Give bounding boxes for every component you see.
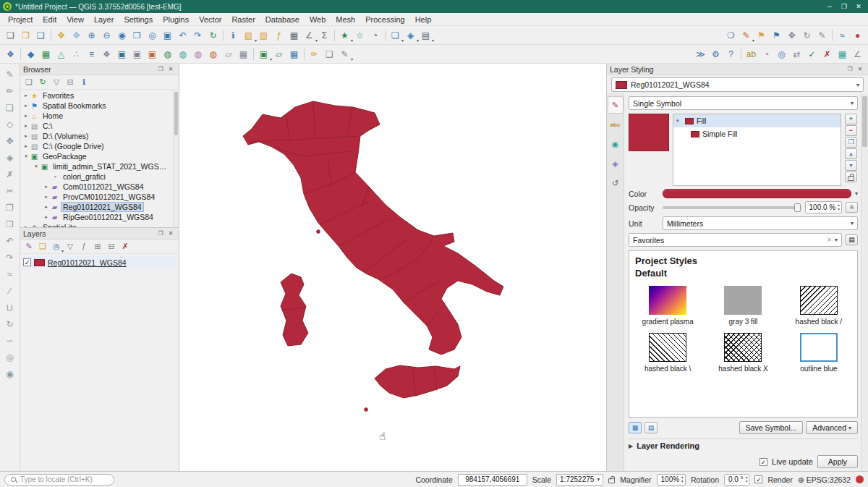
menu-web[interactable]: Web <box>305 13 331 26</box>
menu-layer[interactable]: Layer <box>89 13 119 26</box>
elevation-profile[interactable]: ≈ <box>835 27 850 43</box>
change-label-properties[interactable]: ✎ <box>814 27 830 43</box>
layer-item-reg01012021[interactable]: ✓ Reg01012021_WGS84 <box>23 256 176 268</box>
unit-select[interactable]: Millimeters ▾ <box>663 216 858 230</box>
zoom-native[interactable]: ◉ <box>114 27 129 43</box>
browser-item-google-drive[interactable]: ▸▤C:\ (Google Drive) <box>20 141 179 151</box>
magnifier-spinbox[interactable]: 100% ▴▾ <box>657 474 686 486</box>
deselect-features[interactable]: ▨ <box>256 27 271 43</box>
open-layer-styling-dock[interactable]: ✎ <box>22 240 35 253</box>
zoom-to-selection[interactable]: ◎ <box>145 27 160 43</box>
temporal-controller[interactable]: ◔ <box>367 27 383 43</box>
save-layer-edits[interactable]: ❑ <box>322 46 337 62</box>
browser-item-com01012021[interactable]: ▸▰Com01012021_WGS84 <box>20 182 179 192</box>
map-tips[interactable]: ❍ <box>723 27 739 43</box>
browser-item-drive-d[interactable]: ▸▤D:\ (Volumes) <box>20 131 179 141</box>
menu-edit[interactable]: Edit <box>38 13 61 26</box>
spin-down-icon[interactable]: ▾ <box>681 480 684 484</box>
maximize-button[interactable]: ❐ <box>838 1 851 12</box>
symbol-tree-fill-row[interactable]: ▾ Fill <box>673 114 841 127</box>
browser-item-provcm01012021[interactable]: ▸▰ProvCM01012021_WGS84 <box>20 192 179 202</box>
lock-colors-button[interactable] <box>845 171 857 182</box>
select-features[interactable]: ▧▾ <box>241 27 256 43</box>
menu-view[interactable]: View <box>61 13 89 26</box>
float-panel-icon[interactable]: ❐ <box>156 229 166 238</box>
browser-refresh[interactable]: ↻ <box>36 76 49 89</box>
chevron-down-icon[interactable]: ▾ <box>855 190 858 197</box>
browser-item-spatialite[interactable]: ▸❖SpatiaLite <box>20 222 179 227</box>
new-virtual-layer[interactable]: ▦ <box>286 46 302 62</box>
menu-help[interactable]: Help <box>410 13 437 26</box>
apply-button[interactable]: Apply <box>817 455 858 468</box>
menu-plugins[interactable]: Plugins <box>158 13 194 26</box>
collapse-all[interactable]: ⊟ <box>105 240 118 253</box>
close-panel-icon[interactable]: ✕ <box>166 229 176 238</box>
icon-view-button[interactable]: ▦ <box>629 422 642 433</box>
add-postgis-layer[interactable]: ▣ <box>114 46 129 62</box>
add-mssql-layer[interactable]: ▣ <box>129 46 145 62</box>
opacity-slider[interactable] <box>663 206 801 209</box>
zoom-next[interactable]: ↷ <box>190 27 205 43</box>
add-symbol-layer-button[interactable]: + <box>845 114 857 124</box>
spin-down-icon[interactable]: ▾ <box>838 208 840 212</box>
browser-scrollbar[interactable] <box>173 90 179 227</box>
add-xyz-layer[interactable]: ▦ <box>236 46 251 62</box>
measure-profile[interactable]: ∠ <box>850 46 865 62</box>
renderer-select[interactable]: Single Symbol ▾ <box>629 96 858 110</box>
style-preview-hashed-fwd[interactable]: hashed black / <box>786 286 851 326</box>
add-wms-layer[interactable]: ◍ <box>160 46 175 62</box>
project-colors[interactable]: ● <box>850 27 865 43</box>
add-arcgis-layer[interactable]: ◍ <box>205 46 221 62</box>
menu-raster[interactable]: Raster <box>226 13 260 26</box>
move-down-button[interactable]: ▼ <box>845 160 857 171</box>
new-shapefile-layer[interactable]: ▱ <box>271 46 286 62</box>
highlight-pinned-labels[interactable]: ⚑ <box>769 27 784 43</box>
open-attribute-table[interactable]: ▦ <box>286 27 302 43</box>
current-edits[interactable]: ✎▾ <box>337 46 352 62</box>
zoom-out[interactable]: ⊖ <box>99 27 114 43</box>
python-console[interactable]: ≫ <box>693 46 708 62</box>
expander-icon[interactable]: ▸ <box>43 184 50 190</box>
coordinate-input[interactable] <box>461 475 524 483</box>
new-spatial-bookmark[interactable]: ★▾ <box>337 27 352 43</box>
new-map-view[interactable]: ❏▾ <box>388 27 403 43</box>
zoom-to-layer[interactable]: ▣ <box>160 27 175 43</box>
minimize-button[interactable]: ─ <box>823 1 836 12</box>
browser-item-colori-grafici[interactable]: ◔colori_grafici <box>20 171 179 182</box>
expander-icon[interactable]: ▸ <box>22 103 30 109</box>
tab-3d-view[interactable]: ◈ <box>608 155 624 172</box>
expander-icon[interactable]: ▾ <box>33 164 40 169</box>
current-edits[interactable]: ✎ <box>2 67 17 82</box>
topology-checker[interactable]: ✓ <box>804 46 820 62</box>
browser-item-spatial-bookmarks[interactable]: ▸⚑Spatial Bookmarks <box>20 101 179 111</box>
pan-map-tool[interactable]: ✥ <box>54 27 69 43</box>
style-preview-outline-blue[interactable]: outline blue <box>786 333 851 373</box>
show-spatial-bookmarks[interactable]: ☆ <box>352 27 367 43</box>
copy-features[interactable]: ❐ <box>2 200 17 215</box>
add-polygon-feature[interactable]: ◇ <box>2 117 17 132</box>
offline-editing[interactable]: ⇄ <box>789 46 804 62</box>
tab-symbology[interactable]: ✎ <box>608 96 624 114</box>
pan-to-selection[interactable]: ✥ <box>69 27 84 43</box>
menu-database[interactable]: Database <box>260 13 305 26</box>
symbol-tree-simple-fill-row[interactable]: Simple Fill <box>673 127 841 140</box>
browser-item-gpkg-file[interactable]: ▾▣limiti_admin_STAT_2021_WGS84.gpkg <box>20 161 179 171</box>
expander-icon[interactable]: ▸ <box>22 224 30 227</box>
toggle-editing[interactable]: ✏ <box>307 46 322 62</box>
filter-legend[interactable]: ▽ <box>64 240 77 253</box>
browser-item-favorites[interactable]: ▸★Favorites <box>20 90 179 101</box>
browser-item-home[interactable]: ▸⌂Home <box>20 111 179 121</box>
expander-icon[interactable]: ▾ <box>676 118 682 124</box>
float-panel-icon[interactable]: ❐ <box>845 65 855 74</box>
styling-scrollbar[interactable] <box>861 93 868 471</box>
style-preview-hashed-x[interactable]: hashed black X <box>710 333 775 373</box>
save-symbol-button[interactable]: Save Symbol... <box>739 421 804 434</box>
expander-icon[interactable]: ▸ <box>43 204 50 210</box>
coordinate-field[interactable] <box>458 474 527 486</box>
layer-visibility-checkbox[interactable]: ✓ <box>23 258 31 266</box>
close-panel-icon[interactable]: ✕ <box>166 65 176 74</box>
remove-layer[interactable]: ✗ <box>119 240 132 253</box>
select-by-expression[interactable]: ƒ <box>271 27 286 43</box>
vertex-tool[interactable]: ◈ <box>2 150 17 165</box>
geometry-checker[interactable]: ✗ <box>820 46 835 62</box>
